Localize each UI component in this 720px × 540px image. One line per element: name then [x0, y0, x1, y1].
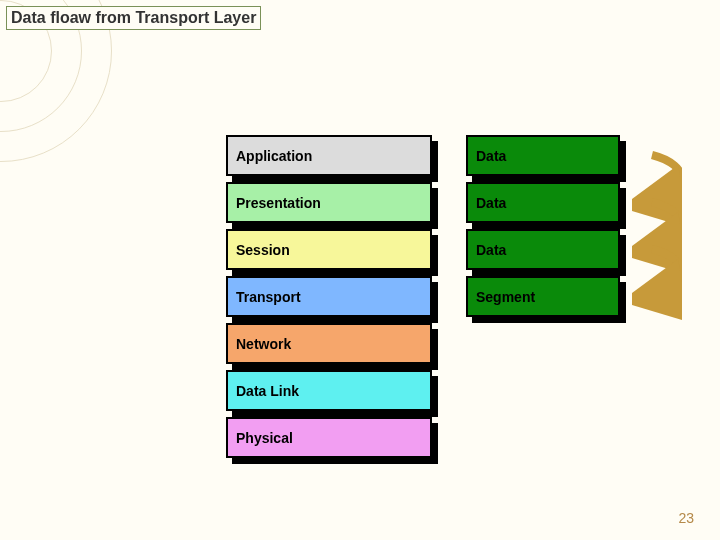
layer-row: Data Link	[226, 370, 686, 417]
layer-row: Network	[226, 323, 686, 370]
layer-name: Transport	[226, 276, 432, 317]
layer-name: Data Link	[226, 370, 432, 411]
layer-cell: Physical	[226, 417, 438, 464]
pdu-cell: Segment	[466, 276, 626, 323]
pdu-name: Data	[466, 135, 620, 176]
layer-cell: Transport	[226, 276, 438, 323]
layer-name: Presentation	[226, 182, 432, 223]
layer-row: Physical	[226, 417, 686, 464]
layer-name: Physical	[226, 417, 432, 458]
pdu-name: Data	[466, 182, 620, 223]
layer-name: Application	[226, 135, 432, 176]
layer-name: Network	[226, 323, 432, 364]
layer-row: TransportSegment	[226, 276, 686, 323]
layer-row: SessionData	[226, 229, 686, 276]
layer-cell: Network	[226, 323, 438, 370]
layer-cell: Session	[226, 229, 438, 276]
page-number: 23	[678, 510, 694, 526]
pdu-name: Data	[466, 229, 620, 270]
layer-cell: Application	[226, 135, 438, 182]
pdu-cell: Data	[466, 182, 626, 229]
flow-arrows	[632, 135, 682, 335]
pdu-cell: Data	[466, 135, 626, 182]
pdu-name: Segment	[466, 276, 620, 317]
slide-title: Data floaw from Transport Layer	[6, 6, 261, 30]
layer-row: PresentationData	[226, 182, 686, 229]
layer-name: Session	[226, 229, 432, 270]
layer-row: ApplicationData	[226, 135, 686, 182]
layer-cell: Data Link	[226, 370, 438, 417]
osi-diagram: ApplicationDataPresentationDataSessionDa…	[226, 135, 686, 464]
pdu-cell: Data	[466, 229, 626, 276]
layer-cell: Presentation	[226, 182, 438, 229]
